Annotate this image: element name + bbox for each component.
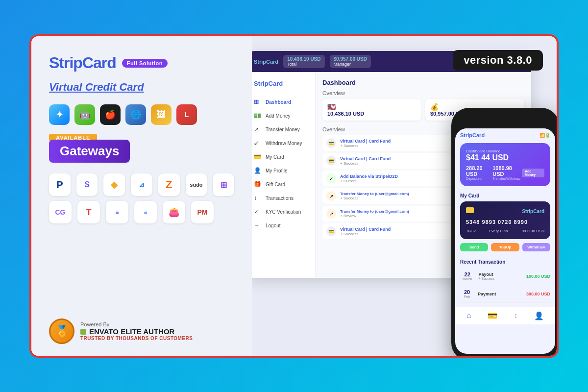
card-action-row: Send TopUp Withdraw <box>460 243 550 251</box>
tx-item-2: 20 Feb Payment 300.00 USD <box>460 285 550 303</box>
company-name: ENVATO ELITE AUTHOR <box>80 327 193 336</box>
gateway-logos: P S ◆ ⊿ Z sudo ⊞ CG T ≡ ≡ 👛 PM <box>49 173 234 223</box>
send-button[interactable]: Send <box>460 243 488 251</box>
tx-item-1: 22 March Payout + Success 100.00 USD <box>460 268 550 285</box>
phone-topbar: StripCard 📶🔋 <box>455 128 555 140</box>
tx-date-1: 22 March <box>460 270 474 282</box>
phone-bottom-nav: ⌂ 💳 ↕ 👤 <box>455 307 555 324</box>
my-card-title: My Card <box>460 193 550 198</box>
sidebar-item-dashboard[interactable]: ⊞Dashboard <box>252 95 315 109</box>
trusted-label: TRUSTED BY THOUSANDS OF CUSTOMERS <box>80 336 193 341</box>
lines1-logo: ≡ <box>106 201 128 223</box>
tx-amount-1: 100.00 USD <box>526 274 550 279</box>
sidebar-item-transfer[interactable]: ↗Transfer Money <box>252 122 315 136</box>
main-container: StripCard Full Solution Virtual Credit C… <box>29 34 559 358</box>
phone-notch <box>488 115 522 124</box>
web-icon: 🌐 <box>125 104 146 125</box>
sidebar-item-withdraw[interactable]: ↙Withdraw Money <box>252 136 315 150</box>
brand-name: StripCard <box>49 54 116 72</box>
gateways-section: AVAILABLE Gateways <box>49 134 234 163</box>
pbn-home[interactable]: ⌂ <box>466 311 471 320</box>
image-icon: 🖼 <box>151 104 172 125</box>
stat-card-1: 🇺🇸 10,436.10 USD <box>322 99 421 121</box>
version-badge: version 3.8.0 <box>453 50 543 71</box>
lines2-logo: ≡ <box>134 201 157 223</box>
sidebar-item-transactions[interactable]: ↕Transactions <box>252 191 315 205</box>
sidebar-brand: StripCard <box>252 80 315 95</box>
stripe-logo: S <box>76 173 98 196</box>
topup-button[interactable]: TopUp <box>491 243 519 251</box>
overview-label: Overview <box>322 90 524 96</box>
tech-icons-row: ✦ 🤖 🍎 🌐 🖼 L <box>49 104 234 125</box>
phone-screen: StripCard 📶🔋 Dashboard Balance $41 44 US… <box>455 128 555 354</box>
card-widget: Dashboard Balance $41 44 USD 288.20 USD … <box>460 143 550 186</box>
withdraw-button[interactable]: Withdraw <box>522 243 550 251</box>
wallet-logo: 👛 <box>163 201 185 223</box>
tablet-stat-1: 10,436.10 USD Total <box>283 55 324 68</box>
laravel-icon: L <box>176 104 197 125</box>
vc-brand: StripCard <box>522 209 544 214</box>
tablet-stat-2: $0,957.00 USD Manager <box>330 55 371 68</box>
recent-tx-title: Recent Transaction <box>460 259 550 265</box>
sidebar-item-profile[interactable]: 👤My Profile <box>252 164 315 177</box>
gateway-row-2: CG T ≡ ≡ 👛 PM <box>49 201 234 223</box>
coinbase-logo: ◆ <box>103 173 125 196</box>
envato-badge: 🏅 <box>49 318 74 344</box>
sudo-logo: sudo <box>186 173 207 196</box>
grid-logo: ⊞ <box>213 173 234 196</box>
sidebar-item-logout[interactable]: →Logout <box>252 219 315 232</box>
tpay-logo: T <box>77 201 100 223</box>
card-details-row: 10/32 Every Plan 1080.98 USD <box>466 229 544 233</box>
card-widget-row: 288.20 USD Deposited 1080.98 USD Transfe… <box>466 165 544 180</box>
brand-row: StripCard Full Solution <box>49 54 234 72</box>
powered-by-label: Powered By <box>80 321 193 327</box>
gateway-row-1: P S ◆ ⊿ Z sudo ⊞ <box>49 173 234 196</box>
recent-tx-section: Recent Transaction 22 March Payout + Suc… <box>455 255 555 307</box>
pbn-transfer[interactable]: ↕ <box>514 311 518 320</box>
envato-dot <box>80 329 86 335</box>
flutter-icon: ✦ <box>49 104 70 125</box>
sidebar-item-addmoney[interactable]: 💵Add Money <box>252 109 315 122</box>
zpay-logo: Z <box>158 173 180 196</box>
app-sidebar: StripCard ⊞Dashboard 💵Add Money ↗Transfe… <box>252 72 316 278</box>
apple-icon: 🍎 <box>100 104 121 125</box>
coingate-logo: CG <box>49 201 72 223</box>
pbn-profile[interactable]: 👤 <box>534 311 544 320</box>
phone-mockup: StripCard 📶🔋 Dashboard Balance $41 44 US… <box>451 108 557 356</box>
android-icon: 🤖 <box>74 104 95 125</box>
pm-logo: PM <box>191 201 214 223</box>
left-panel: StripCard Full Solution Virtual Credit C… <box>31 36 252 356</box>
virtual-card: StripCard 5348 9893 0720 8990 10/32 Ever… <box>460 201 550 239</box>
pbn-card[interactable]: 💳 <box>488 311 497 320</box>
my-card-section: My Card StripCard 5348 9893 0720 8990 10… <box>455 189 555 255</box>
sidebar-item-kyc[interactable]: ✓KYC Verification <box>252 205 315 219</box>
right-panel: version 3.8.0 StripCard 10,436.10 USD To… <box>252 36 557 356</box>
paypal-logo: P <box>49 173 71 196</box>
phone-brand: StripCard <box>460 132 485 138</box>
powered-by: 🏅 Powered By ENVATO ELITE AUTHOR TRUSTED… <box>49 318 234 344</box>
bank-logo: ⊿ <box>131 173 152 196</box>
card-number: 5348 9893 0720 8990 <box>466 219 544 225</box>
sidebar-item-mycard[interactable]: 💳My Card <box>252 150 315 164</box>
powered-text: Powered By ENVATO ELITE AUTHOR TRUSTED B… <box>80 321 193 341</box>
app-main-title: Dashboard <box>322 79 524 86</box>
tx-amount-2: 300.00 USD <box>526 292 550 296</box>
gateways-heading: Gateways <box>49 140 130 163</box>
sidebar-item-giftcard[interactable]: 🎁Gift Card <box>252 177 315 191</box>
tablet-brand: StripCard <box>254 59 278 65</box>
phone-status-icons: 📶🔋 <box>539 133 550 138</box>
tx-date-2: 20 Feb <box>460 288 474 300</box>
chip-icon <box>466 207 474 213</box>
subtitle: Virtual Credit Card <box>49 81 234 94</box>
add-money-action[interactable]: Add Money <box>522 169 544 177</box>
full-solution-badge: Full Solution <box>122 59 168 68</box>
